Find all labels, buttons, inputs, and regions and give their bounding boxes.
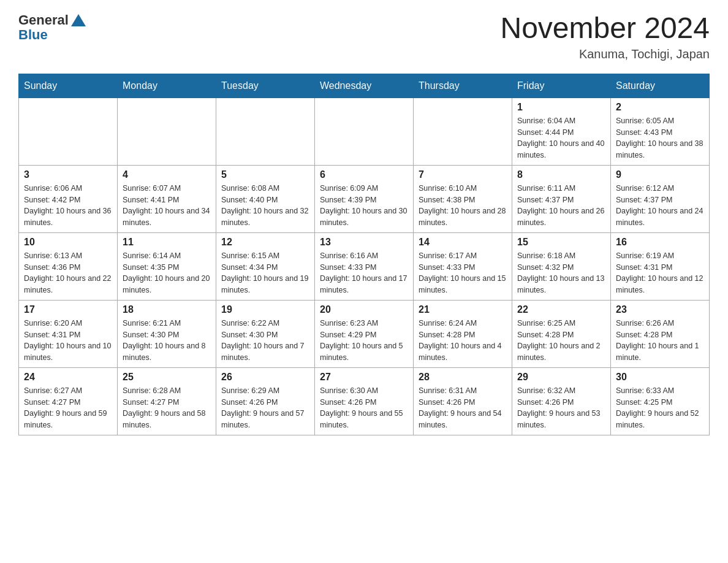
weekday-header-row: SundayMondayTuesdayWednesdayThursdayFrid… xyxy=(19,74,710,98)
calendar-week-4: 17Sunrise: 6:20 AMSunset: 4:31 PMDayligh… xyxy=(19,300,710,367)
day-number: 2 xyxy=(616,102,704,113)
day-info: Sunrise: 6:30 AMSunset: 4:26 PMDaylight:… xyxy=(320,385,408,431)
calendar-cell xyxy=(118,98,216,165)
day-info: Sunrise: 6:19 AMSunset: 4:31 PMDaylight:… xyxy=(616,250,704,296)
logo: General Blue xyxy=(18,12,86,43)
calendar-cell: 1Sunrise: 6:04 AMSunset: 4:44 PMDaylight… xyxy=(512,98,611,165)
calendar-cell: 26Sunrise: 6:29 AMSunset: 4:26 PMDayligh… xyxy=(216,367,315,435)
day-info: Sunrise: 6:17 AMSunset: 4:33 PMDaylight:… xyxy=(419,250,507,296)
day-info: Sunrise: 6:11 AMSunset: 4:37 PMDaylight:… xyxy=(517,183,605,229)
day-number: 11 xyxy=(123,237,211,248)
day-number: 25 xyxy=(123,372,211,383)
weekday-header-thursday: Thursday xyxy=(414,74,512,98)
day-number: 28 xyxy=(419,372,507,383)
day-number: 5 xyxy=(221,169,309,180)
day-number: 17 xyxy=(24,304,112,315)
calendar-cell: 10Sunrise: 6:13 AMSunset: 4:36 PMDayligh… xyxy=(19,232,118,300)
day-number: 26 xyxy=(221,372,309,383)
day-info: Sunrise: 6:04 AMSunset: 4:44 PMDaylight:… xyxy=(517,115,605,161)
day-info: Sunrise: 6:15 AMSunset: 4:34 PMDaylight:… xyxy=(221,250,309,296)
day-info: Sunrise: 6:22 AMSunset: 4:30 PMDaylight:… xyxy=(221,318,309,364)
weekday-header-tuesday: Tuesday xyxy=(216,74,315,98)
day-number: 18 xyxy=(123,304,211,315)
day-number: 23 xyxy=(616,304,704,315)
calendar-cell: 30Sunrise: 6:33 AMSunset: 4:25 PMDayligh… xyxy=(611,367,710,435)
day-info: Sunrise: 6:31 AMSunset: 4:26 PMDaylight:… xyxy=(419,385,507,431)
day-number: 7 xyxy=(419,169,507,180)
day-info: Sunrise: 6:23 AMSunset: 4:29 PMDaylight:… xyxy=(320,318,408,364)
day-number: 19 xyxy=(221,304,309,315)
calendar-cell: 24Sunrise: 6:27 AMSunset: 4:27 PMDayligh… xyxy=(19,367,118,435)
weekday-header-monday: Monday xyxy=(118,74,216,98)
day-number: 13 xyxy=(320,237,408,248)
calendar-cell: 21Sunrise: 6:24 AMSunset: 4:28 PMDayligh… xyxy=(414,300,512,367)
day-info: Sunrise: 6:13 AMSunset: 4:36 PMDaylight:… xyxy=(24,250,112,296)
calendar-cell: 20Sunrise: 6:23 AMSunset: 4:29 PMDayligh… xyxy=(315,300,414,367)
day-number: 4 xyxy=(123,169,211,180)
calendar-cell: 17Sunrise: 6:20 AMSunset: 4:31 PMDayligh… xyxy=(19,300,118,367)
calendar-cell: 8Sunrise: 6:11 AMSunset: 4:37 PMDaylight… xyxy=(512,165,611,232)
calendar-cell xyxy=(414,98,512,165)
calendar-cell: 11Sunrise: 6:14 AMSunset: 4:35 PMDayligh… xyxy=(118,232,216,300)
day-info: Sunrise: 6:12 AMSunset: 4:37 PMDaylight:… xyxy=(616,183,704,229)
day-info: Sunrise: 6:26 AMSunset: 4:28 PMDaylight:… xyxy=(616,318,704,364)
day-info: Sunrise: 6:05 AMSunset: 4:43 PMDaylight:… xyxy=(616,115,704,161)
day-number: 3 xyxy=(24,169,112,180)
calendar-cell: 14Sunrise: 6:17 AMSunset: 4:33 PMDayligh… xyxy=(414,232,512,300)
day-info: Sunrise: 6:21 AMSunset: 4:30 PMDaylight:… xyxy=(123,318,211,364)
day-info: Sunrise: 6:33 AMSunset: 4:25 PMDaylight:… xyxy=(616,385,704,431)
calendar-cell: 6Sunrise: 6:09 AMSunset: 4:39 PMDaylight… xyxy=(315,165,414,232)
calendar-week-3: 10Sunrise: 6:13 AMSunset: 4:36 PMDayligh… xyxy=(19,232,710,300)
day-info: Sunrise: 6:08 AMSunset: 4:40 PMDaylight:… xyxy=(221,183,309,229)
day-number: 16 xyxy=(616,237,704,248)
calendar-cell: 28Sunrise: 6:31 AMSunset: 4:26 PMDayligh… xyxy=(414,367,512,435)
calendar-cell: 19Sunrise: 6:22 AMSunset: 4:30 PMDayligh… xyxy=(216,300,315,367)
day-info: Sunrise: 6:10 AMSunset: 4:38 PMDaylight:… xyxy=(419,183,507,229)
day-info: Sunrise: 6:24 AMSunset: 4:28 PMDaylight:… xyxy=(419,318,507,364)
month-year-title: November 2024 xyxy=(500,12,710,45)
day-info: Sunrise: 6:28 AMSunset: 4:27 PMDaylight:… xyxy=(123,385,211,431)
calendar-cell: 9Sunrise: 6:12 AMSunset: 4:37 PMDaylight… xyxy=(611,165,710,232)
general-text: General xyxy=(18,12,69,28)
day-info: Sunrise: 6:07 AMSunset: 4:41 PMDaylight:… xyxy=(123,183,211,229)
location-subtitle: Kanuma, Tochigi, Japan xyxy=(500,47,710,61)
day-number: 24 xyxy=(24,372,112,383)
calendar-header: SundayMondayTuesdayWednesdayThursdayFrid… xyxy=(19,74,710,98)
day-number: 30 xyxy=(616,372,704,383)
logo-general-text: General xyxy=(18,12,86,28)
calendar-cell: 29Sunrise: 6:32 AMSunset: 4:26 PMDayligh… xyxy=(512,367,611,435)
calendar-body: 1Sunrise: 6:04 AMSunset: 4:44 PMDaylight… xyxy=(19,98,710,435)
day-info: Sunrise: 6:27 AMSunset: 4:27 PMDaylight:… xyxy=(24,385,112,431)
calendar-cell: 27Sunrise: 6:30 AMSunset: 4:26 PMDayligh… xyxy=(315,367,414,435)
calendar-cell: 16Sunrise: 6:19 AMSunset: 4:31 PMDayligh… xyxy=(611,232,710,300)
calendar-cell: 13Sunrise: 6:16 AMSunset: 4:33 PMDayligh… xyxy=(315,232,414,300)
day-number: 10 xyxy=(24,237,112,248)
day-number: 21 xyxy=(419,304,507,315)
weekday-header-wednesday: Wednesday xyxy=(315,74,414,98)
calendar-cell xyxy=(216,98,315,165)
day-info: Sunrise: 6:25 AMSunset: 4:28 PMDaylight:… xyxy=(517,318,605,364)
calendar-cell: 22Sunrise: 6:25 AMSunset: 4:28 PMDayligh… xyxy=(512,300,611,367)
weekday-header-sunday: Sunday xyxy=(19,74,118,98)
weekday-header-friday: Friday xyxy=(512,74,611,98)
day-number: 1 xyxy=(517,102,605,113)
day-number: 8 xyxy=(517,169,605,180)
calendar-cell: 2Sunrise: 6:05 AMSunset: 4:43 PMDaylight… xyxy=(611,98,710,165)
calendar-week-2: 3Sunrise: 6:06 AMSunset: 4:42 PMDaylight… xyxy=(19,165,710,232)
day-number: 14 xyxy=(419,237,507,248)
day-info: Sunrise: 6:29 AMSunset: 4:26 PMDaylight:… xyxy=(221,385,309,431)
day-number: 15 xyxy=(517,237,605,248)
calendar-cell: 12Sunrise: 6:15 AMSunset: 4:34 PMDayligh… xyxy=(216,232,315,300)
day-info: Sunrise: 6:16 AMSunset: 4:33 PMDaylight:… xyxy=(320,250,408,296)
page-header: General Blue November 2024 Kanuma, Tochi… xyxy=(18,12,710,61)
calendar-cell: 7Sunrise: 6:10 AMSunset: 4:38 PMDaylight… xyxy=(414,165,512,232)
calendar-cell: 5Sunrise: 6:08 AMSunset: 4:40 PMDaylight… xyxy=(216,165,315,232)
day-number: 9 xyxy=(616,169,704,180)
calendar-cell xyxy=(315,98,414,165)
day-info: Sunrise: 6:06 AMSunset: 4:42 PMDaylight:… xyxy=(24,183,112,229)
calendar-cell xyxy=(19,98,118,165)
day-number: 12 xyxy=(221,237,309,248)
logo-blue-text: Blue xyxy=(18,27,48,43)
day-number: 29 xyxy=(517,372,605,383)
day-info: Sunrise: 6:20 AMSunset: 4:31 PMDaylight:… xyxy=(24,318,112,364)
